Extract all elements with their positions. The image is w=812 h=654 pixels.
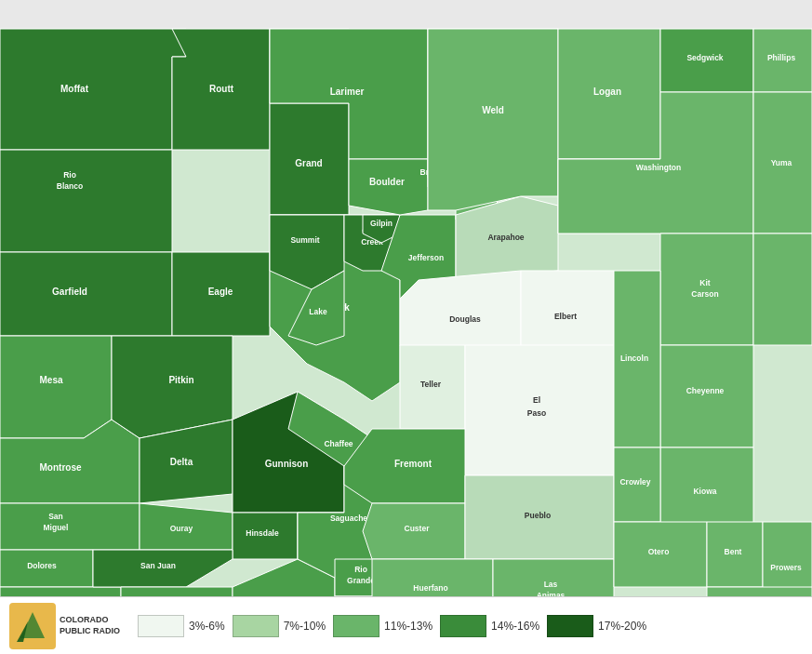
cpr-logo-text: COLORADO PUBLIC RADIO xyxy=(60,615,120,636)
svg-marker-105 xyxy=(558,29,660,159)
legend-label-5: 17%-20% xyxy=(598,620,646,633)
svg-marker-8 xyxy=(0,336,112,438)
legend-item-2: 7%-10% xyxy=(233,615,326,637)
svg-marker-25 xyxy=(172,252,270,336)
svg-marker-128 xyxy=(614,522,707,587)
legend-box-3 xyxy=(333,615,379,637)
map-svg: Moffat Rio Blanco Garfield Mesa Montrose… xyxy=(0,0,812,654)
legend-label-1: 3%-6% xyxy=(189,620,225,633)
svg-marker-109 xyxy=(753,29,812,92)
map-container: Moffat Rio Blanco Garfield Mesa Montrose… xyxy=(0,0,812,654)
svg-marker-117 xyxy=(660,234,753,345)
svg-marker-23 xyxy=(270,103,349,215)
svg-marker-103 xyxy=(428,29,558,210)
svg-marker-120 xyxy=(660,345,753,447)
cpr-logo-icon xyxy=(9,603,56,649)
svg-marker-136 xyxy=(753,234,812,345)
svg-marker-73 xyxy=(349,159,428,215)
svg-marker-3 xyxy=(0,150,172,252)
svg-marker-122 xyxy=(614,271,660,447)
svg-marker-96 xyxy=(465,475,614,559)
legend-item-4: 14%-16% xyxy=(440,615,539,637)
svg-marker-94 xyxy=(363,503,465,559)
svg-marker-1 xyxy=(0,29,186,150)
svg-marker-130 xyxy=(707,522,763,587)
svg-marker-87 xyxy=(400,345,465,429)
legend-item-3: 11%-13% xyxy=(333,615,433,637)
svg-marker-107 xyxy=(660,29,753,92)
legend-item-5: 17%-20% xyxy=(547,615,646,637)
svg-marker-115 xyxy=(753,92,812,234)
legend-label-3: 11%-13% xyxy=(384,620,433,633)
svg-marker-15 xyxy=(0,550,93,587)
logo-area: COLORADO PUBLIC RADIO xyxy=(9,603,121,649)
legend-box-1 xyxy=(138,615,184,637)
legend-label-4: 14%-16% xyxy=(491,620,539,633)
legend-box-5 xyxy=(547,615,593,637)
svg-marker-6 xyxy=(0,252,172,336)
legend-label-2: 7%-10% xyxy=(284,620,326,633)
svg-marker-19 xyxy=(172,29,270,150)
legend-box-2 xyxy=(233,615,279,637)
legend: COLORADO PUBLIC RADIO 3%-6% 7%-10% 11%-1… xyxy=(0,596,812,654)
legend-item-1: 3%-6% xyxy=(138,615,225,637)
svg-marker-12 xyxy=(0,503,140,550)
legend-box-4 xyxy=(440,615,486,637)
svg-marker-35 xyxy=(233,513,298,559)
svg-marker-126 xyxy=(614,447,660,522)
svg-marker-89 xyxy=(465,345,614,475)
